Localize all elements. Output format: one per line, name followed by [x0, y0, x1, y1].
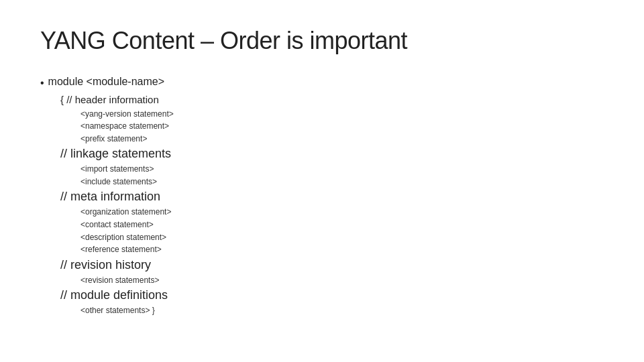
code-include: <include statements> — [80, 176, 604, 188]
linkage-header: // linkage statements — [60, 145, 604, 163]
meta-header: // meta information — [60, 188, 604, 206]
meta-header-text: // meta information — [60, 190, 160, 203]
code-namespace: <namespace statement> — [80, 120, 604, 133]
top-bullet: • module <module-name> — [40, 74, 604, 91]
header-code-block: <yang-version statement> <namespace stat… — [80, 108, 604, 145]
top-bullet-text: module <module-name> — [48, 74, 164, 90]
code-contact: <contact statement> — [80, 219, 604, 231]
slide: YANG Content – Order is important • modu… — [0, 0, 644, 362]
linkage-code-block: <import statements> <include statements> — [80, 163, 604, 188]
code-revision: <revision statements> — [80, 274, 604, 287]
linkage-header-text: // linkage statements — [60, 147, 171, 160]
revision-header-text: // revision history — [60, 258, 151, 272]
code-import: <import statements> — [80, 163, 604, 176]
bullet-dot: • — [40, 75, 44, 91]
code-reference: <reference statement> — [80, 243, 604, 256]
code-other: <other statements> } — [80, 304, 604, 317]
module-def-code-block: <other statements> } — [80, 304, 604, 317]
revision-header: // revision history — [60, 256, 604, 274]
meta-code-block: <organization statement> <contact statem… — [80, 206, 604, 255]
revision-code-block: <revision statements> — [80, 274, 604, 287]
slide-title: YANG Content – Order is important — [40, 27, 604, 55]
open-brace-line: { // header information — [60, 93, 604, 108]
code-yang-version: <yang-version statement> — [80, 108, 604, 121]
code-prefix: <prefix statement> — [80, 133, 604, 145]
module-def-header: // module definitions — [60, 286, 604, 304]
code-organization: <organization statement> — [80, 206, 604, 219]
code-description: <description statement> — [80, 231, 604, 244]
open-brace-text: { // header information — [60, 94, 159, 105]
slide-content: • module <module-name> { // header infor… — [40, 74, 604, 317]
module-def-header-text: // module definitions — [60, 288, 168, 302]
